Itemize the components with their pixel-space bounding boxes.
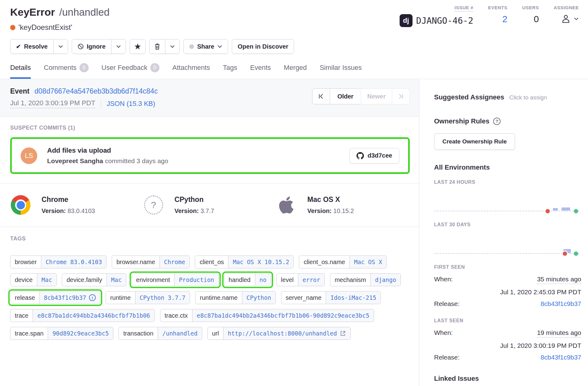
tag-value-link[interactable]: 8cb43f1c9b37 i xyxy=(39,292,100,304)
event-bar xyxy=(562,207,570,211)
tag-key: mechanism xyxy=(330,274,370,286)
chevron-down-icon xyxy=(574,17,579,20)
open-in-discover-button[interactable]: Open in Discover xyxy=(232,39,294,54)
info-icon[interactable]: i xyxy=(89,294,96,301)
tag-value: Chrome 83.0.4103 xyxy=(46,259,102,265)
tag-value: Production xyxy=(179,276,214,283)
event-json-link[interactable]: JSON (15.3 KB) xyxy=(101,100,155,108)
tag-value-link[interactable]: http://localhost:8000/unhandled xyxy=(223,327,350,340)
stat-assignee: ASSIGNEE xyxy=(554,5,579,27)
resolve-dropdown-button[interactable] xyxy=(53,39,68,54)
tag-value-link[interactable]: e8c87ba1dc494bb2a4346bcfbf7b1b06 xyxy=(33,309,154,322)
issue-number-label: ISSUE # xyxy=(454,5,473,12)
tab-merged[interactable]: Merged xyxy=(284,63,307,79)
first-seen-relative: 35 minutes ago xyxy=(537,275,581,284)
users-count[interactable]: 0 xyxy=(534,14,539,24)
older-event-button[interactable]: Older xyxy=(330,88,361,104)
skip-to-last-icon xyxy=(398,94,404,99)
tag-value-link[interactable]: Idos-iMac-215 xyxy=(326,292,381,304)
last-seen-release-link[interactable]: 8cb43f1c9b37 xyxy=(541,354,581,361)
delete-dropdown-button[interactable] xyxy=(165,39,179,54)
tag-pill-client_os: client_os Mac OS X 10.15.2 xyxy=(195,255,294,268)
external-link-icon[interactable] xyxy=(340,330,346,336)
tab-similar-issues[interactable]: Similar Issues xyxy=(320,63,362,79)
tag-key: environment xyxy=(132,274,174,286)
tag-value-link[interactable]: Mac OS X 10.15.2 xyxy=(228,256,293,268)
tag-key: device xyxy=(10,274,37,286)
tab-tags[interactable]: Tags xyxy=(223,63,237,79)
share-button[interactable]: Share xyxy=(184,39,228,54)
tab-details[interactable]: Details xyxy=(10,63,31,79)
tag-value-link[interactable]: Production xyxy=(174,274,218,286)
tag-value-link[interactable]: Mac xyxy=(107,274,126,286)
event-bar xyxy=(553,208,558,211)
stat-users: USERS 0 xyxy=(522,5,539,27)
first-seen-release-link[interactable]: 8cb43f1c9b37 xyxy=(541,300,581,308)
tag-value-link[interactable]: no xyxy=(255,274,271,286)
first-seen-heading: FIRST SEEN xyxy=(434,264,581,270)
skip-to-latest-button[interactable] xyxy=(392,88,410,104)
tag-key: level xyxy=(277,274,298,286)
unresolved-status-dot-icon xyxy=(10,25,15,30)
tab-events[interactable]: Events xyxy=(250,63,271,79)
tag-key: client_os.name xyxy=(299,256,349,268)
tab-comments[interactable]: Comments 0 xyxy=(44,63,88,79)
tag-value-link[interactable]: Mac OS X xyxy=(349,256,387,268)
tag-value-link[interactable]: 90d892c9eace3bc5 xyxy=(48,327,113,340)
tag-value-link[interactable]: /unhandled xyxy=(158,327,202,340)
tag-pill-runtime: runtime CPython 3.7.7 xyxy=(106,291,190,304)
newer-event-button[interactable]: Newer xyxy=(361,88,392,104)
tag-value-link[interactable]: Chrome xyxy=(159,256,190,268)
page-subtitle: /unhandled xyxy=(59,6,110,18)
delete-button[interactable] xyxy=(150,39,165,54)
help-question-icon[interactable]: ? xyxy=(493,118,501,125)
tab-user-feedback[interactable]: User Feedback 0 xyxy=(102,63,159,79)
tag-value-link[interactable]: Mac xyxy=(37,274,56,286)
release-marker-icon[interactable] xyxy=(546,209,550,213)
tag-value: Mac xyxy=(111,276,122,283)
latest-event-marker-icon[interactable] xyxy=(574,251,578,256)
tag-pill-server_name: server_name Idos-iMac-215 xyxy=(281,291,381,304)
tag-value-link[interactable]: error xyxy=(298,274,324,286)
last-seen-relative: 19 minutes ago xyxy=(537,329,581,338)
suggested-assignees[interactable]: Suggested Assignees Click to assign xyxy=(434,93,581,101)
tab-attachments[interactable]: Attachments xyxy=(172,63,210,79)
ignore-dropdown-button[interactable] xyxy=(111,39,126,54)
sparkline-30d xyxy=(434,229,579,254)
tag-pill-trace.span: trace.span 90d892c9eace3bc5 xyxy=(10,327,113,340)
ownership-rules-title: Ownership Rules xyxy=(434,117,489,125)
tag-pill-device.family: device.family Mac xyxy=(62,273,126,286)
event-info: Event d08d7667e4a5476eb3b3db6d7f14c84c J… xyxy=(10,87,158,108)
chevron-down-icon xyxy=(116,45,121,48)
tag-key: release xyxy=(10,292,39,304)
issue-id-wrap[interactable]: dj DJANGO-46-2 xyxy=(400,14,473,27)
commit-sha-button[interactable]: d3d7cee xyxy=(349,148,399,163)
tag-key: url xyxy=(208,327,223,340)
event-id-link[interactable]: d08d7667e4a5476eb3b3db6d7f14c84c xyxy=(34,87,158,95)
share-label: Share xyxy=(197,43,214,50)
assignee-dropdown[interactable] xyxy=(560,13,579,24)
tag-pill-handled: handled no xyxy=(224,273,271,286)
ignore-button[interactable]: Ignore xyxy=(72,39,111,54)
page-title: KeyError xyxy=(10,6,55,18)
tag-value-link[interactable]: django xyxy=(370,274,401,286)
tag-value-link[interactable]: CPython xyxy=(242,292,276,304)
tag-value-link[interactable]: e8c87ba1dc494bb2a4346bcfbf7b1b06-90d892c… xyxy=(192,309,374,322)
latest-event-marker-icon[interactable] xyxy=(574,209,578,213)
action-toolbar: ✔ Resolve Ignore ★ xyxy=(10,39,579,54)
tag-value-link[interactable]: CPython 3.7.7 xyxy=(135,292,190,304)
create-ownership-rule-button[interactable]: Create Ownership Rule xyxy=(434,133,515,150)
tag-key: handled xyxy=(224,274,255,286)
release-marker-icon[interactable] xyxy=(563,251,567,256)
all-environments-title: All Environments xyxy=(434,163,581,171)
tag-value-link[interactable]: Chrome 83.0.4103 xyxy=(41,256,106,268)
bookmark-star-button[interactable]: ★ xyxy=(130,39,146,54)
oldest-event-button[interactable] xyxy=(312,88,330,104)
share-status-icon xyxy=(189,44,194,49)
resolve-button[interactable]: ✔ Resolve xyxy=(10,39,53,54)
context-name: CPython xyxy=(175,195,214,204)
tag-key: transaction xyxy=(119,327,158,340)
events-count[interactable]: 2 xyxy=(502,14,508,24)
tag-pill-trace: trace e8c87ba1dc494bb2a4346bcfbf7b1b06 xyxy=(10,309,155,322)
suspect-commits-heading: SUSPECT COMMITS (1) xyxy=(10,125,410,131)
